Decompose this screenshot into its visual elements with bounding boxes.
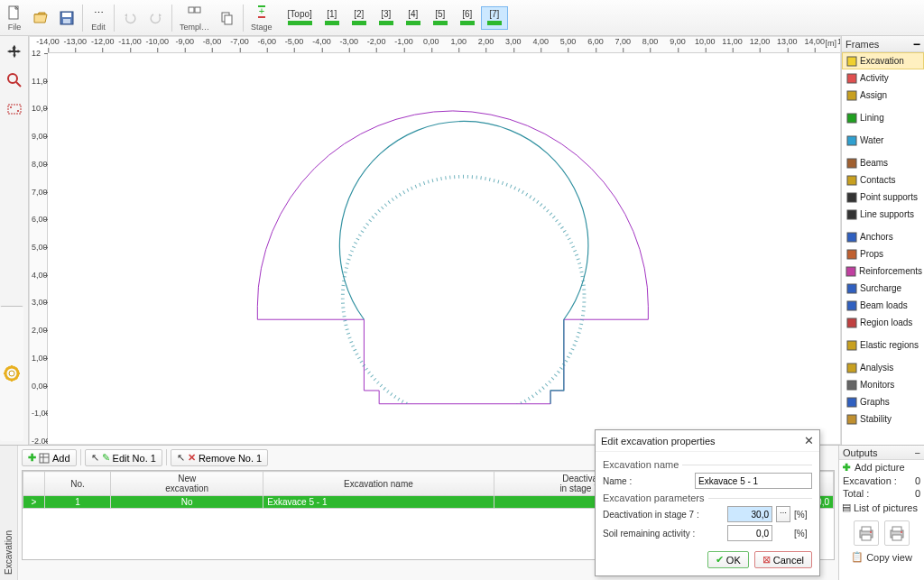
outputs-panel: Outputs − 🞤Add picture Excavation :0Tota… — [838, 446, 924, 580]
copy-paste-button[interactable] — [215, 2, 240, 34]
remaining-label: Soil remaining activity : — [603, 529, 724, 539]
stage-tab-5[interactable]: [5] — [427, 6, 454, 30]
ok-button[interactable]: ✔OK — [707, 551, 749, 568]
frame-item-assign[interactable]: Assign — [842, 87, 924, 104]
cursor-icon: ↖ — [177, 452, 185, 464]
print-button-1[interactable] — [854, 520, 879, 546]
svg-rect-35 — [847, 176, 856, 185]
stage-tab-0[interactable]: [Topo] — [282, 6, 319, 30]
frame-item-reinforcements[interactable]: Reinforcements — [842, 262, 924, 280]
frame-item-monitors[interactable]: Monitors — [842, 376, 924, 393]
svg-rect-54 — [862, 535, 871, 540]
svg-rect-48 — [847, 415, 856, 424]
svg-point-18 — [9, 371, 14, 376]
frame-item-lining[interactable]: Lining — [842, 109, 924, 126]
frame-item-activity[interactable]: Activity — [842, 69, 924, 87]
frame-item-elastic-regions[interactable]: Elastic regions — [842, 336, 924, 354]
drawing-viewport[interactable] — [48, 53, 840, 444]
contacts-icon — [845, 174, 857, 186]
remaining-field[interactable] — [727, 525, 772, 541]
copy-icon — [219, 9, 236, 27]
name-field[interactable] — [695, 473, 812, 489]
graphs-icon — [845, 396, 857, 408]
file-new-icon — [6, 5, 23, 23]
stage-tab-6[interactable]: [6] — [454, 6, 481, 30]
zoom-extents-tool[interactable] — [3, 97, 26, 121]
svg-rect-58 — [892, 535, 901, 540]
frames-minimize-icon[interactable]: − — [913, 38, 920, 51]
deactivation-picker-button[interactable]: ⋯ — [776, 506, 790, 522]
frame-item-stability[interactable]: Stability — [842, 410, 924, 428]
frame-item-anchors[interactable]: Anchors — [842, 228, 924, 245]
stage-tabs: [Topo][1][2][3][4][5][6][7] — [282, 6, 508, 30]
canvas-area[interactable]: [m]-14,00-13,00-12,00-11,00-10,00-9,00-8… — [29, 36, 841, 445]
dialog-header: Edit excavation properties ✕ — [596, 430, 819, 452]
frame-item-beam-loads[interactable]: Beam loads — [842, 297, 924, 314]
open-button[interactable] — [28, 2, 53, 34]
stability-icon — [845, 413, 857, 425]
save-button[interactable] — [54, 2, 79, 34]
output-count-row: Excavation :0 — [839, 474, 924, 487]
file-button[interactable]: File — [2, 2, 27, 34]
svg-rect-14 — [8, 105, 21, 114]
frame-item-analysis[interactable]: Analysis — [842, 359, 924, 376]
frame-item-props[interactable]: Props — [842, 245, 924, 262]
copy-view-button[interactable]: 📋Copy view — [839, 549, 924, 565]
plus-icon: ✚ — [28, 452, 36, 464]
frame-item-excavation[interactable]: Excavation — [842, 52, 924, 69]
frame-item-contacts[interactable]: Contacts — [842, 171, 924, 189]
svg-rect-31 — [847, 91, 856, 100]
svg-point-15 — [10, 106, 12, 108]
deactivation-field[interactable] — [727, 506, 772, 522]
pan-tool[interactable] — [3, 40, 26, 63]
edit-button[interactable]: ⋯ Edit — [86, 2, 111, 34]
remove-row-button[interactable]: ↖✕Remove No. 1 — [171, 449, 268, 466]
stage-button[interactable]: +− Stage — [246, 2, 277, 34]
svg-line-23 — [6, 368, 7, 369]
stage-tab-2[interactable]: [2] — [346, 6, 373, 30]
svg-rect-44 — [847, 341, 856, 350]
svg-rect-29 — [847, 57, 856, 66]
svg-point-55 — [870, 531, 872, 533]
point-supports-icon — [845, 191, 857, 203]
frame-item-point-supports[interactable]: Point supports — [842, 189, 924, 206]
elastic-regions-icon — [845, 339, 857, 351]
frame-item-region-loads[interactable]: Region loads — [842, 314, 924, 331]
props-icon — [845, 248, 857, 260]
templates-button[interactable]: Templ… — [175, 2, 214, 34]
svg-rect-40 — [846, 267, 855, 276]
stage-tab-3[interactable]: [3] — [373, 6, 400, 30]
svg-rect-36 — [847, 193, 856, 202]
stage-tab-1[interactable]: [1] — [319, 6, 346, 30]
edit-excavation-dialog: Edit excavation properties ✕ Excavation … — [595, 429, 820, 576]
svg-rect-46 — [847, 381, 856, 390]
redo-button — [143, 2, 169, 34]
beam-loads-icon — [845, 299, 857, 311]
zoom-tool[interactable] — [3, 69, 26, 92]
outputs-minimize-icon[interactable]: − — [915, 447, 920, 458]
edit-row-button[interactable]: ↖✎Edit No. 1 — [85, 449, 162, 466]
surcharge-icon — [845, 282, 857, 294]
ruler-vertical: 1211,0010,009,008,007,006,005,004,003,00… — [30, 53, 48, 444]
add-picture-button[interactable]: 🞤Add picture — [839, 460, 924, 474]
frame-item-surcharge[interactable]: Surcharge — [842, 280, 924, 297]
print-button-2[interactable] — [884, 520, 910, 546]
settings-tool[interactable] — [0, 306, 23, 441]
frame-item-line-supports[interactable]: Line supports — [842, 206, 924, 223]
frame-item-graphs[interactable]: Graphs — [842, 393, 924, 410]
cancel-button[interactable]: ⊠Cancel — [754, 551, 812, 568]
svg-rect-47 — [847, 398, 856, 407]
frames-header: Frames − — [842, 36, 924, 52]
svg-rect-38 — [847, 233, 856, 242]
stage-tab-7[interactable]: [7] — [481, 6, 508, 30]
close-icon[interactable]: ✕ — [804, 434, 814, 447]
frames-panel: Frames − ExcavationActivityAssignLiningW… — [841, 36, 924, 445]
list-pictures-button[interactable]: ▤List of pictures — [839, 500, 924, 515]
frame-item-water[interactable]: Water — [842, 132, 924, 149]
add-button[interactable]: ✚Add — [22, 449, 77, 466]
svg-rect-39 — [847, 250, 856, 259]
frame-item-beams[interactable]: Beams — [842, 154, 924, 171]
stage-tab-4[interactable]: [4] — [400, 6, 427, 30]
anchors-icon — [845, 231, 857, 243]
bottom-tab[interactable]: Excavation — [0, 446, 18, 580]
